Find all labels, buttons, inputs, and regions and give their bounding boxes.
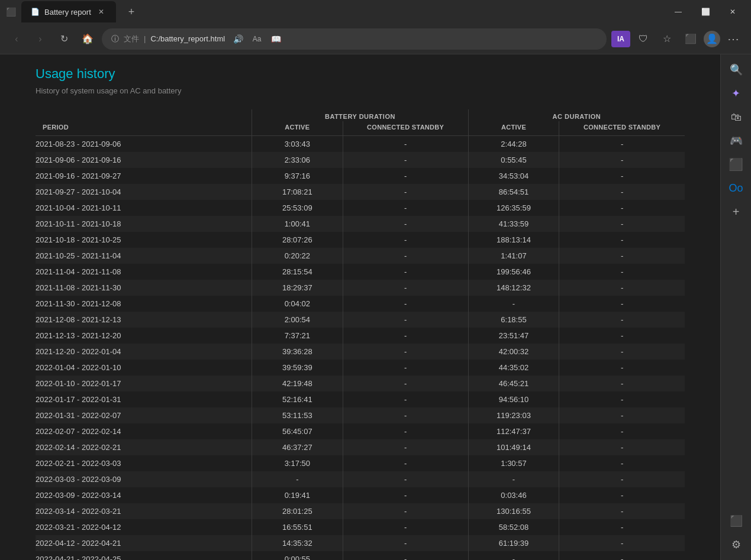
sidebar-search-button[interactable]: 🔍 <box>726 59 747 80</box>
table-row: 2022-02-07 - 2022-02-14 56:45:07 - 112:4… <box>36 423 685 439</box>
more-button[interactable]: ⋯ <box>723 28 744 50</box>
th-battery-active: ACTIVE <box>252 121 343 136</box>
table-row: 2021-09-06 - 2021-09-16 2:33:06 - 0:55:4… <box>36 152 685 168</box>
cell-ac-active: 1:30:57 <box>468 455 559 471</box>
shield-button[interactable]: 🛡 <box>633 28 654 50</box>
cell-ac-active: 86:54:51 <box>468 184 559 200</box>
cell-period: 2022-02-21 - 2022-03-03 <box>36 455 252 471</box>
url-protocol: 文件 <box>124 34 139 44</box>
cell-period: 2022-04-12 - 2022-04-21 <box>36 535 252 551</box>
table-row: 2022-01-17 - 2022-01-31 52:16:41 - 94:56… <box>36 391 685 407</box>
table-row: 2021-10-04 - 2021-10-11 25:53:09 - 126:3… <box>36 200 685 216</box>
page-scroll-area[interactable]: Usage history History of system usage on… <box>0 54 720 560</box>
cell-period: 2021-09-06 - 2021-09-16 <box>36 152 252 168</box>
url-bar[interactable]: ⓘ 文件 | C:/battery_report.html 🔊 Aa 📖 <box>102 28 607 50</box>
collections-button[interactable]: ⬛ <box>680 28 701 50</box>
cell-battery-standby: - <box>343 503 468 519</box>
cell-period: 2021-11-30 - 2021-12-08 <box>36 296 252 312</box>
table-row: 2022-04-12 - 2022-04-21 14:35:32 - 61:19… <box>36 535 685 551</box>
cell-ac-standby: - <box>559 296 685 312</box>
cell-ac-active: 126:35:59 <box>468 200 559 216</box>
cell-battery-standby: - <box>343 423 468 439</box>
maximize-button[interactable]: ⬜ <box>692 2 719 21</box>
th-ac-standby: CONNECTED STANDBY <box>559 121 685 136</box>
cell-ac-standby: - <box>559 487 685 503</box>
cell-battery-active: 39:36:28 <box>252 344 343 360</box>
cell-ac-active: 41:33:59 <box>468 216 559 232</box>
sidebar-outlook-button[interactable]: Oo <box>726 177 747 199</box>
cell-period: 2022-04-21 - 2022-04-25 <box>36 551 252 560</box>
cell-period: 2022-02-14 - 2022-02-21 <box>36 439 252 455</box>
sidebar-add-button[interactable]: + <box>726 201 747 222</box>
table-row: 2021-11-08 - 2021-11-30 18:29:37 - 148:1… <box>36 280 685 296</box>
cell-ac-standby: - <box>559 184 685 200</box>
cell-battery-standby: - <box>343 312 468 328</box>
tab-close-button[interactable]: ✕ <box>96 7 107 17</box>
th-period-label: PERIOD <box>36 121 252 136</box>
cell-battery-active: 2:00:54 <box>252 312 343 328</box>
back-button[interactable]: ‹ <box>7 30 26 48</box>
cell-battery-standby: - <box>343 376 468 391</box>
cell-battery-standby: - <box>343 264 468 280</box>
cell-ac-active: 0:03:46 <box>468 487 559 503</box>
th-period <box>36 109 252 121</box>
cell-period: 2022-01-31 - 2022-02-07 <box>36 407 252 423</box>
close-button[interactable]: ✕ <box>719 2 746 21</box>
cell-battery-active: 1:00:41 <box>252 216 343 232</box>
cell-ac-standby: - <box>559 328 685 344</box>
cell-battery-standby: - <box>343 487 468 503</box>
cell-period: 2022-03-21 - 2022-04-12 <box>36 519 252 535</box>
sidebar-copilot-button[interactable]: ✦ <box>726 83 747 104</box>
cell-ac-standby: - <box>559 200 685 216</box>
cell-ac-active: 44:35:02 <box>468 360 559 376</box>
cell-battery-standby: - <box>343 360 468 376</box>
table-row: 2022-01-04 - 2022-01-10 39:59:39 - 44:35… <box>36 360 685 376</box>
favorites-button[interactable]: ☆ <box>656 28 678 50</box>
forward-button[interactable]: › <box>31 30 50 48</box>
cell-ac-active: 2:44:28 <box>468 136 559 153</box>
cell-ac-standby: - <box>559 360 685 376</box>
cell-battery-standby: - <box>343 519 468 535</box>
cell-period: 2022-03-14 - 2022-03-21 <box>36 503 252 519</box>
cell-ac-active: 34:53:04 <box>468 168 559 184</box>
th-battery-standby: CONNECTED STANDBY <box>343 121 468 136</box>
cell-battery-standby: - <box>343 471 468 487</box>
cell-ac-standby: - <box>559 136 685 153</box>
cell-battery-active: 16:55:51 <box>252 519 343 535</box>
cell-period: 2022-02-07 - 2022-02-14 <box>36 423 252 439</box>
cell-period: 2021-09-16 - 2021-09-27 <box>36 168 252 184</box>
table-row: 2021-09-16 - 2021-09-27 9:37:16 - 34:53:… <box>36 168 685 184</box>
cell-battery-active: 56:45:07 <box>252 423 343 439</box>
sidebar-game-button[interactable]: 🎮 <box>726 130 747 151</box>
sidebar-capture-button[interactable]: ⬛ <box>726 510 747 532</box>
profile-avatar[interactable]: 👤 <box>704 31 720 47</box>
minimize-button[interactable]: — <box>665 2 692 21</box>
cell-ac-standby: - <box>559 312 685 328</box>
cell-battery-active: 3:03:43 <box>252 136 343 153</box>
cell-period: 2022-01-10 - 2022-01-17 <box>36 376 252 391</box>
refresh-button[interactable]: ↻ <box>54 30 73 48</box>
cell-battery-active: 28:15:54 <box>252 264 343 280</box>
sidebar-shop-button[interactable]: 🛍 <box>726 106 747 128</box>
address-bar: ‹ › ↻ 🏠 ⓘ 文件 | C:/battery_report.html 🔊 … <box>0 24 751 54</box>
ia-button[interactable]: IA <box>611 31 630 47</box>
sidebar-settings-button[interactable]: ⚙ <box>726 534 747 555</box>
cell-battery-active: 3:17:50 <box>252 455 343 471</box>
cell-ac-active: 188:13:14 <box>468 232 559 248</box>
immersive-reader-button[interactable]: 📖 <box>267 31 284 47</box>
cell-ac-active: 199:56:46 <box>468 264 559 280</box>
cell-battery-active: 0:19:41 <box>252 487 343 503</box>
window-controls: — ⬜ ✕ <box>665 2 746 21</box>
browser-tab[interactable]: 📄 Battery report ✕ <box>21 1 116 22</box>
read-aloud-button[interactable]: 🔊 <box>230 31 246 47</box>
sidebar-office-button[interactable]: ⬛ <box>726 154 747 175</box>
new-tab-button[interactable]: + <box>123 4 140 20</box>
translate-button[interactable]: Aa <box>249 31 265 47</box>
cell-battery-active: 25:53:09 <box>252 200 343 216</box>
cell-battery-active: 0:04:02 <box>252 296 343 312</box>
cell-battery-active: 28:01:25 <box>252 503 343 519</box>
cell-battery-standby: - <box>343 439 468 455</box>
cell-ac-active: - <box>468 296 559 312</box>
cell-battery-standby: - <box>343 296 468 312</box>
home-button[interactable]: 🏠 <box>78 30 97 48</box>
